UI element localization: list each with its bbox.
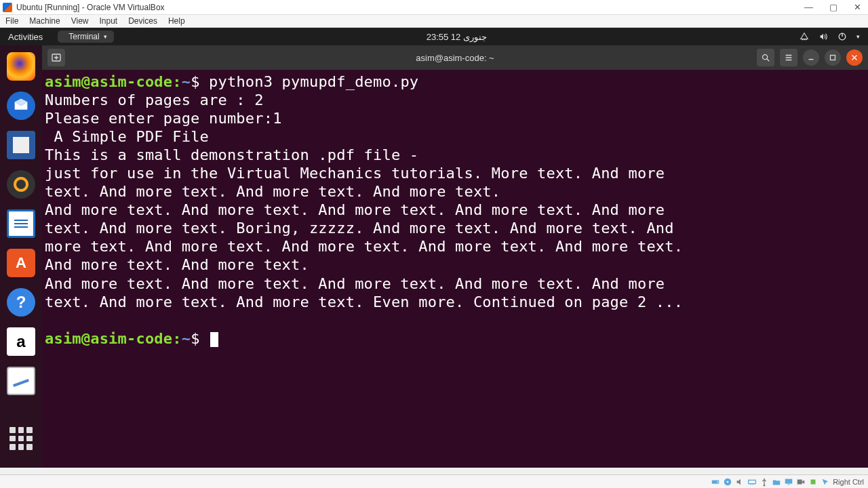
host-key-indicator: Right Ctrl xyxy=(833,478,864,486)
mouse-integration-icon xyxy=(821,477,830,487)
svg-rect-19 xyxy=(811,479,816,484)
svg-rect-18 xyxy=(797,479,802,484)
prompt-user: asim@asim-code xyxy=(45,330,172,347)
system-tray[interactable]: ▾ xyxy=(800,32,860,41)
topbar-app-name: Terminal xyxy=(68,32,99,41)
svg-point-1 xyxy=(802,39,804,41)
ubuntu-software-icon[interactable] xyxy=(7,249,35,277)
files-icon[interactable] xyxy=(7,131,35,159)
host-window-controls: — ▢ ✕ xyxy=(800,2,865,12)
menu-input[interactable]: Input xyxy=(100,16,118,26)
clock[interactable]: 23:55 جنوری 12 xyxy=(427,32,487,42)
hdd-icon xyxy=(711,477,720,487)
virtualbox-icon xyxy=(3,3,12,12)
menu-machine[interactable]: Machine xyxy=(29,16,60,26)
activities-button[interactable]: Activities xyxy=(8,32,43,42)
gnome-topbar: Activities Terminal ▾ 23:55 جنوری 12 ▾ xyxy=(0,28,868,45)
virtualbox-menubar: File Machine View Input Devices Help xyxy=(0,15,868,28)
display-icon xyxy=(784,477,793,487)
menu-devices[interactable]: Devices xyxy=(128,16,157,26)
host-maximize-button[interactable]: ▢ xyxy=(825,2,842,12)
svg-rect-5 xyxy=(842,33,842,37)
chevron-down-icon: ▾ xyxy=(856,33,860,40)
dock xyxy=(0,45,42,468)
svg-rect-8 xyxy=(831,56,835,60)
svg-point-10 xyxy=(717,481,719,483)
usb-icon xyxy=(760,477,769,487)
host-close-button[interactable]: ✕ xyxy=(850,2,865,12)
svg-point-7 xyxy=(763,55,768,60)
prompt-symbol: $ xyxy=(191,73,199,90)
terminal-title: asim@asim-code: ~ xyxy=(416,53,494,63)
terminal-content[interactable]: asim@asim-code:~$ python3 pymupdf_demo.p… xyxy=(42,70,868,468)
firefox-icon[interactable] xyxy=(7,52,35,81)
topbar-app-indicator[interactable]: Terminal ▾ xyxy=(58,30,113,43)
help-icon[interactable] xyxy=(7,288,35,317)
cursor xyxy=(210,332,218,347)
minimize-button[interactable] xyxy=(803,49,819,66)
svg-point-12 xyxy=(727,481,729,483)
power-icon xyxy=(837,32,847,41)
prompt-symbol: $ xyxy=(191,330,199,347)
terminal-window: asim@asim-code: ~ asim@asim-cod xyxy=(42,45,868,468)
text-editor-icon[interactable] xyxy=(7,367,35,395)
shared-folder-icon xyxy=(772,477,781,487)
show-applications-button[interactable] xyxy=(9,427,33,450)
svg-rect-16 xyxy=(785,479,793,483)
svg-rect-14 xyxy=(749,480,756,483)
menu-help[interactable]: Help xyxy=(168,16,185,26)
host-statusbar: Right Ctrl xyxy=(0,474,868,488)
nic-icon xyxy=(747,477,757,487)
host-titlebar: Ubuntu [Running] - Oracle VM VirtualBox … xyxy=(0,0,868,15)
prompt-user: asim@asim-code xyxy=(45,73,172,90)
menu-view[interactable]: View xyxy=(71,16,89,26)
rhythmbox-icon[interactable] xyxy=(7,170,35,199)
command-output: Numbers of pages are : 2 Please enter pa… xyxy=(45,92,692,310)
recording-icon xyxy=(796,477,806,487)
host-minimize-button[interactable]: — xyxy=(800,2,817,12)
guest-screen: Activities Terminal ▾ 23:55 جنوری 12 ▾ xyxy=(0,28,868,468)
audio-icon xyxy=(735,477,745,487)
libreoffice-writer-icon[interactable] xyxy=(7,209,35,238)
maximize-button[interactable] xyxy=(825,49,841,66)
terminal-titlebar: asim@asim-code: ~ xyxy=(42,45,868,70)
command-text: python3 pymupdf_demo.py xyxy=(209,73,418,90)
menu-file[interactable]: File xyxy=(5,16,18,26)
amazon-icon[interactable] xyxy=(7,327,35,356)
svg-point-2 xyxy=(804,39,805,41)
disc-icon xyxy=(723,477,732,487)
new-tab-button[interactable] xyxy=(47,49,65,66)
volume-icon xyxy=(818,32,828,41)
cpu-icon xyxy=(808,477,818,487)
host-window-title: Ubuntu [Running] - Oracle VM VirtualBox xyxy=(16,3,165,12)
close-button[interactable] xyxy=(846,49,863,66)
hamburger-menu-button[interactable] xyxy=(780,49,797,66)
svg-rect-17 xyxy=(787,484,790,485)
thunderbird-icon[interactable] xyxy=(7,92,35,120)
network-icon xyxy=(800,32,809,41)
prompt-path: ~ xyxy=(182,73,191,90)
svg-point-15 xyxy=(764,484,766,486)
chevron-down-icon: ▾ xyxy=(104,33,107,40)
prompt-path: ~ xyxy=(182,330,191,347)
svg-point-3 xyxy=(806,39,807,41)
svg-rect-13 xyxy=(737,481,739,483)
search-button[interactable] xyxy=(757,49,774,66)
